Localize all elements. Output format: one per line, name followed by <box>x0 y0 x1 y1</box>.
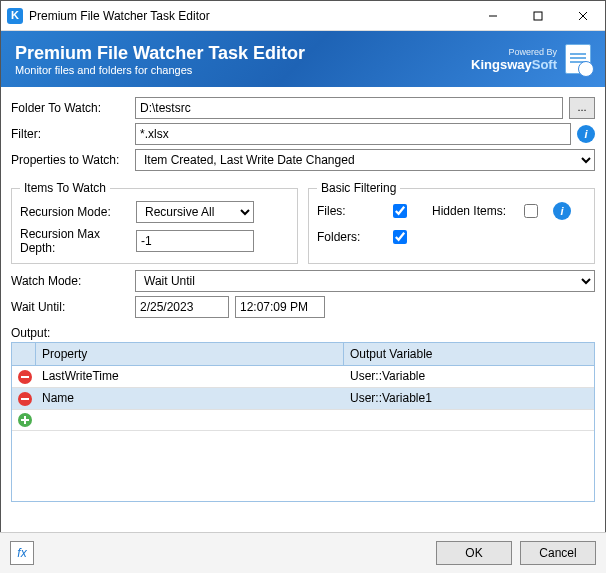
svg-rect-1 <box>534 12 542 20</box>
filter-input[interactable] <box>135 123 571 145</box>
folder-to-watch-input[interactable] <box>135 97 563 119</box>
recursion-max-depth-input[interactable] <box>136 230 254 252</box>
recursion-max-depth-label: Recursion Max Depth: <box>20 227 130 255</box>
browse-button[interactable]: ... <box>569 97 595 119</box>
filter-label: Filter: <box>11 127 129 141</box>
table-row[interactable]: LastWriteTimeUser::Variable <box>12 366 594 388</box>
wait-until-label: Wait Until: <box>11 300 129 314</box>
header-title: Premium File Watcher Task Editor <box>15 43 471 64</box>
brand-logo: Powered By KingswaySoft <box>471 44 591 74</box>
cell-property[interactable]: Name <box>36 388 344 409</box>
cell-variable[interactable]: User::Variable1 <box>344 388 594 409</box>
close-button[interactable] <box>560 1 605 31</box>
hidden-items-label: Hidden Items: <box>432 204 512 218</box>
grid-header: Property Output Variable <box>12 343 594 366</box>
properties-to-watch-select[interactable]: Item Created, Last Write Date Changed <box>135 149 595 171</box>
files-checkbox[interactable] <box>393 204 407 218</box>
col-output-variable[interactable]: Output Variable <box>344 343 594 365</box>
document-search-icon <box>565 44 591 74</box>
properties-to-watch-label: Properties to Watch: <box>11 153 129 167</box>
wait-until-time[interactable] <box>235 296 325 318</box>
minus-icon[interactable] <box>18 392 32 406</box>
output-grid: Property Output Variable LastWriteTimeUs… <box>11 342 595 502</box>
header-band: Premium File Watcher Task Editor Monitor… <box>1 31 605 87</box>
recursion-mode-label: Recursion Mode: <box>20 205 130 219</box>
minimize-button[interactable] <box>470 1 515 31</box>
basic-filtering-legend: Basic Filtering <box>317 181 400 195</box>
hidden-items-checkbox[interactable] <box>524 204 538 218</box>
info-icon[interactable]: i <box>553 202 571 220</box>
items-to-watch-group: Items To Watch Recursion Mode: Recursive… <box>11 181 298 264</box>
add-row[interactable] <box>12 410 594 432</box>
files-label: Files: <box>317 204 381 218</box>
footer: fx OK Cancel <box>0 532 606 573</box>
output-label: Output: <box>11 326 595 340</box>
folders-label: Folders: <box>317 230 381 244</box>
header-subtitle: Monitor files and folders for changes <box>15 64 471 76</box>
info-icon[interactable]: i <box>577 125 595 143</box>
fx-button[interactable]: fx <box>10 541 34 565</box>
col-property[interactable]: Property <box>36 343 344 365</box>
window-title: Premium File Watcher Task Editor <box>29 9 470 23</box>
titlebar: Premium File Watcher Task Editor <box>1 1 605 31</box>
recursion-mode-select[interactable]: Recursive All <box>136 201 254 223</box>
cell-property[interactable]: LastWriteTime <box>36 366 344 387</box>
cell-variable[interactable]: User::Variable <box>344 366 594 387</box>
main-form: Folder To Watch: ... Filter: i Propertie… <box>1 87 605 502</box>
watch-mode-label: Watch Mode: <box>11 274 129 288</box>
basic-filtering-group: Basic Filtering Files: Hidden Items: i F… <box>308 181 595 264</box>
folder-to-watch-label: Folder To Watch: <box>11 101 129 115</box>
app-icon <box>7 8 23 24</box>
plus-icon[interactable] <box>18 413 32 427</box>
ok-button[interactable]: OK <box>436 541 512 565</box>
watch-mode-select[interactable]: Wait Until <box>135 270 595 292</box>
wait-until-date[interactable] <box>135 296 229 318</box>
maximize-button[interactable] <box>515 1 560 31</box>
cancel-button[interactable]: Cancel <box>520 541 596 565</box>
minus-icon[interactable] <box>18 370 32 384</box>
powered-by-label: Powered By <box>471 47 557 57</box>
folders-checkbox[interactable] <box>393 230 407 244</box>
table-row[interactable]: NameUser::Variable1 <box>12 388 594 410</box>
items-to-watch-legend: Items To Watch <box>20 181 110 195</box>
